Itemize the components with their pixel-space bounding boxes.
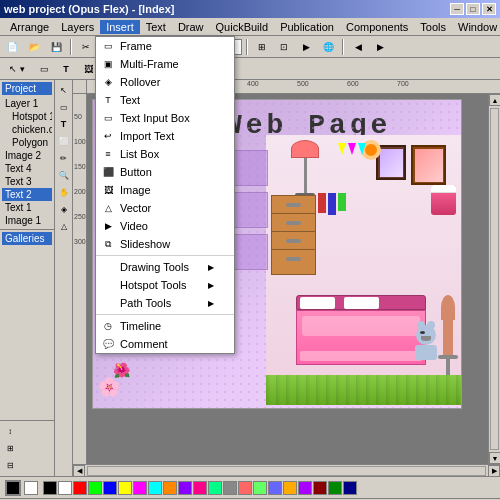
open-btn[interactable]: 📂 xyxy=(24,38,44,56)
arrow-right-btn[interactable]: ▶ xyxy=(370,38,390,56)
color-swatch-teal[interactable] xyxy=(208,481,222,495)
menu-item-image[interactable]: 🖼Image xyxy=(96,181,234,199)
publish-btn[interactable]: 🌐 xyxy=(318,38,338,56)
menu-item-slideshow[interactable]: ⧉Slideshow xyxy=(96,235,234,253)
scrollbar-vertical[interactable]: ▲ ▼ xyxy=(488,94,500,464)
vtool-img[interactable]: ⬜ xyxy=(56,133,72,149)
color-swatch-violet[interactable] xyxy=(298,481,312,495)
menu-item-video[interactable]: ▶Video xyxy=(96,217,234,235)
vtool-pan[interactable]: ✋ xyxy=(56,184,72,200)
vertical-toolbar: ↖ ▭ T ⬜ ✏ 🔍 ✋ ◈ △ xyxy=(55,80,73,476)
scroll-down-btn[interactable]: ▼ xyxy=(489,452,500,464)
tree-item-text-1[interactable]: Text 1 xyxy=(2,201,52,214)
menu-insert[interactable]: Insert xyxy=(100,20,140,34)
vtool-text2[interactable]: T xyxy=(56,116,72,132)
minimize-btn[interactable]: ─ xyxy=(450,3,464,15)
color-swatch-gray[interactable] xyxy=(223,481,237,495)
menu-item-label-hotspottools: Hotspot Tools xyxy=(120,279,186,291)
menu-bar: Arrange Layers Insert Text Draw QuickBui… xyxy=(0,18,500,36)
tree-item-chicken.og[interactable]: chicken.og xyxy=(2,123,52,136)
menu-quickbuild[interactable]: QuickBuild xyxy=(210,20,275,34)
vtool-2[interactable]: ⊞ xyxy=(2,440,18,456)
vtool-extra1[interactable]: ◈ xyxy=(56,201,72,217)
color-swatch-dk-green[interactable] xyxy=(328,481,342,495)
tree-item-text-2[interactable]: Text 2 xyxy=(2,188,52,201)
tree-item-image-2[interactable]: Image 2 xyxy=(2,149,52,162)
pointer-btn[interactable]: ↖ ▾ xyxy=(2,60,32,78)
menu-item-timeline[interactable]: ◷Timeline xyxy=(96,317,234,335)
maximize-btn[interactable]: □ xyxy=(466,3,480,15)
text-btn[interactable]: T xyxy=(56,60,76,78)
menu-item-drawingtools[interactable]: Drawing Tools▶ xyxy=(96,258,234,276)
bg-color-swatch[interactable] xyxy=(24,481,38,495)
frame-btn[interactable]: ▭ xyxy=(34,60,54,78)
grid-btn[interactable]: ⊞ xyxy=(252,38,272,56)
menu-window[interactable]: Window xyxy=(452,20,500,34)
color-swatch-cyan[interactable] xyxy=(148,481,162,495)
tree-item-hotspot-1[interactable]: Hotspot 1 xyxy=(2,110,52,123)
color-swatch-lt-green[interactable] xyxy=(253,481,267,495)
new-btn[interactable]: 📄 xyxy=(2,38,22,56)
menu-item-multiframe[interactable]: ▣Multi-Frame xyxy=(96,55,234,73)
menu-item-pathtools[interactable]: Path Tools▶ xyxy=(96,294,234,312)
tree-item-image-1[interactable]: Image 1 xyxy=(2,214,52,227)
scroll-thumb-v[interactable] xyxy=(490,108,499,450)
color-swatch-blue[interactable] xyxy=(103,481,117,495)
cut-btn[interactable]: ✂ xyxy=(76,38,96,56)
menu-text[interactable]: Text xyxy=(140,20,172,34)
tree-item-polygon[interactable]: Polygon xyxy=(2,136,52,149)
preview-btn[interactable]: ▶ xyxy=(296,38,316,56)
color-swatch-magenta[interactable] xyxy=(133,481,147,495)
vtool-zoom[interactable]: 🔍 xyxy=(56,167,72,183)
color-swatch-red[interactable] xyxy=(73,481,87,495)
scrollbar-horizontal[interactable]: ◀ ▶ xyxy=(73,464,500,476)
color-swatch-lime[interactable] xyxy=(88,481,102,495)
vtool-select[interactable]: ↖ xyxy=(56,82,72,98)
tree-item-layer-1[interactable]: Layer 1 xyxy=(2,97,52,110)
vtool-frame[interactable]: ▭ xyxy=(56,99,72,115)
color-swatch-pink[interactable] xyxy=(193,481,207,495)
color-swatch-lt-blue[interactable] xyxy=(268,481,282,495)
close-btn[interactable]: ✕ xyxy=(482,3,496,15)
scroll-up-btn[interactable]: ▲ xyxy=(489,94,500,106)
menu-item-rollover[interactable]: ◈Rollover xyxy=(96,73,234,91)
tree-item-text-4[interactable]: Text 4 xyxy=(2,162,52,175)
menu-item-vector[interactable]: △Vector xyxy=(96,199,234,217)
vtool-3[interactable]: ⊟ xyxy=(2,457,18,473)
menu-layers[interactable]: Layers xyxy=(55,20,100,34)
color-swatch-white[interactable] xyxy=(58,481,72,495)
tree-item-text-3[interactable]: Text 3 xyxy=(2,175,52,188)
menu-publication[interactable]: Publication xyxy=(274,20,340,34)
save-btn[interactable]: 💾 xyxy=(46,38,66,56)
scroll-left-btn[interactable]: ◀ xyxy=(73,465,85,477)
scroll-right-btn[interactable]: ▶ xyxy=(488,465,500,477)
menu-item-importtext[interactable]: ↩Import Text xyxy=(96,127,234,145)
menu-item-label-frame: Frame xyxy=(120,40,152,52)
menu-item-text[interactable]: TText xyxy=(96,91,234,109)
color-swatch-lt-red[interactable] xyxy=(238,481,252,495)
vtool-draw[interactable]: ✏ xyxy=(56,150,72,166)
color-swatch-dk-blue2[interactable] xyxy=(343,481,357,495)
menu-item-hotspottools[interactable]: Hotspot Tools▶ xyxy=(96,276,234,294)
color-swatch-amber[interactable] xyxy=(283,481,297,495)
menu-item-listbox[interactable]: ≡List Box xyxy=(96,145,234,163)
fg-color-swatch[interactable] xyxy=(5,480,21,496)
color-swatch-yellow[interactable] xyxy=(118,481,132,495)
arrow-left-btn[interactable]: ◀ xyxy=(348,38,368,56)
color-swatch-purple[interactable] xyxy=(178,481,192,495)
color-swatch-black[interactable] xyxy=(43,481,57,495)
menu-item-button[interactable]: ⬛Button xyxy=(96,163,234,181)
menu-item-frame[interactable]: ▭Frame xyxy=(96,37,234,55)
vtool-1[interactable]: ↕ xyxy=(2,423,18,439)
scroll-thumb-h[interactable] xyxy=(87,466,486,476)
color-swatch-orange[interactable] xyxy=(163,481,177,495)
menu-tools[interactable]: Tools xyxy=(414,20,452,34)
vtool-extra2[interactable]: △ xyxy=(56,218,72,234)
menu-item-comment[interactable]: 💬Comment xyxy=(96,335,234,353)
snap-btn[interactable]: ⊡ xyxy=(274,38,294,56)
menu-arrange[interactable]: Arrange xyxy=(4,20,55,34)
color-swatch-dk-red[interactable] xyxy=(313,481,327,495)
menu-components[interactable]: Components xyxy=(340,20,414,34)
menu-item-textinputbox[interactable]: ▭Text Input Box xyxy=(96,109,234,127)
menu-draw[interactable]: Draw xyxy=(172,20,210,34)
